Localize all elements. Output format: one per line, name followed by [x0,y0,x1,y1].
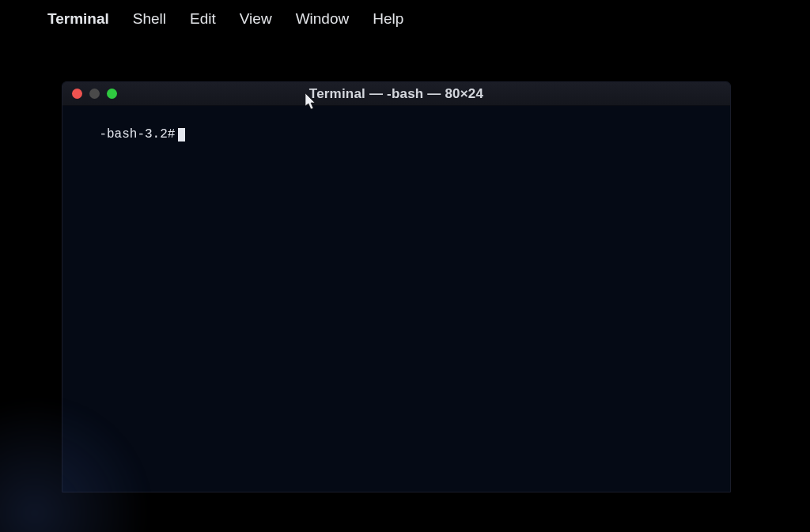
close-icon[interactable] [72,89,82,99]
menu-edit[interactable]: Edit [190,10,216,28]
text-cursor-icon [178,128,185,141]
menu-view[interactable]: View [240,10,272,28]
menubar: Terminal Shell Edit View Window Help [0,0,810,38]
maximize-icon[interactable] [107,89,117,99]
menu-app-name[interactable]: Terminal [47,10,109,28]
terminal-body[interactable]: -bash-3.2# [62,106,730,163]
terminal-window[interactable]: Terminal — -bash — 80×24 -bash-3.2# [62,81,731,492]
screen-glare [0,390,158,532]
menu-shell[interactable]: Shell [133,10,166,28]
minimize-icon[interactable] [89,89,100,99]
prompt-line: -bash-3.2# [99,126,185,142]
menu-help[interactable]: Help [373,10,403,28]
traffic-lights [62,89,117,99]
shell-prompt: -bash-3.2# [99,126,175,142]
window-titlebar[interactable]: Terminal — -bash — 80×24 [62,82,730,106]
menu-window[interactable]: Window [296,10,350,28]
window-title: Terminal — -bash — 80×24 [62,86,730,102]
